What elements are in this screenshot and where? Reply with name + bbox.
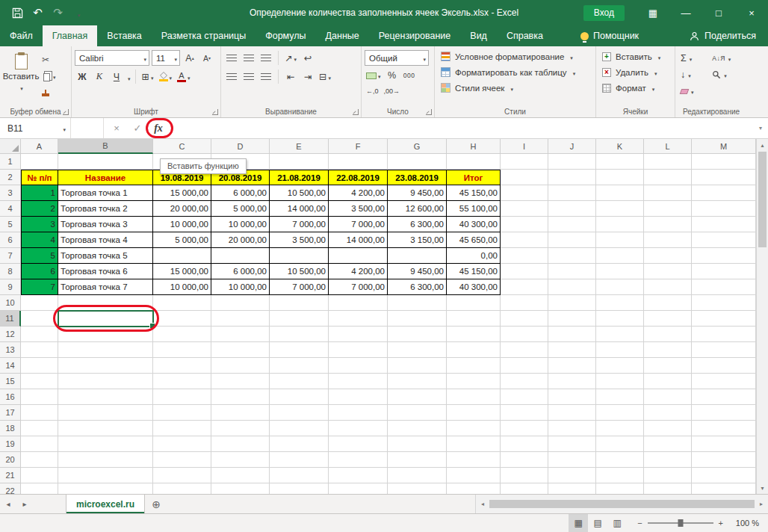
cell-G21[interactable] <box>388 468 447 483</box>
tab-insert[interactable]: Вставка <box>97 25 151 46</box>
cell-D11[interactable] <box>211 311 270 327</box>
cell-D4[interactable]: 5 000,00 <box>211 201 270 217</box>
decrease-font-size-button[interactable]: А <box>199 50 214 66</box>
cell-H3[interactable]: 45 150,00 <box>447 185 501 201</box>
cell-I17[interactable] <box>501 405 548 421</box>
cell-L10[interactable] <box>644 295 692 311</box>
cell-E14[interactable] <box>270 358 329 374</box>
cell-A5[interactable]: 3 <box>21 217 58 232</box>
cell-C17[interactable] <box>153 405 211 421</box>
cell-C3[interactable]: 15 000,00 <box>153 185 211 201</box>
decrease-decimal-button[interactable]: ,00→ <box>383 84 402 99</box>
tab-layout[interactable]: Разметка страницы <box>152 25 256 46</box>
cell-L11[interactable] <box>644 311 692 327</box>
cell-L12[interactable] <box>644 327 692 342</box>
cell-K6[interactable] <box>596 232 644 248</box>
cell-A14[interactable] <box>21 358 58 374</box>
tab-formulas[interactable]: Формулы <box>256 25 315 46</box>
decrease-indent-button[interactable]: ⇤ <box>283 69 298 84</box>
select-all-corner[interactable] <box>0 139 21 154</box>
cell-J15[interactable] <box>548 374 596 389</box>
undo-icon[interactable]: ↶ <box>28 3 48 23</box>
close-button[interactable]: × <box>735 0 768 25</box>
cell-C16[interactable] <box>153 389 211 405</box>
cell-styles-button[interactable]: Стили ячеек <box>438 80 592 96</box>
cell-F19[interactable] <box>329 436 388 452</box>
horizontal-scrollbar[interactable]: ◂ ▸ <box>475 495 768 513</box>
cell-D21[interactable] <box>211 468 270 483</box>
row-header-19[interactable]: 19 <box>0 436 21 452</box>
cell-G5[interactable]: 6 300,00 <box>388 217 447 232</box>
cell-J12[interactable] <box>548 327 596 342</box>
cell-G18[interactable] <box>388 421 447 436</box>
cell-L7[interactable] <box>644 248 692 264</box>
cell-B7[interactable]: Торговая точка 5 <box>58 248 153 264</box>
copy-button[interactable] <box>42 69 56 83</box>
cell-E22[interactable] <box>270 483 329 494</box>
align-bottom-button[interactable] <box>258 50 273 66</box>
cell-B5[interactable]: Торговая точка 3 <box>58 217 153 232</box>
row-header-8[interactable]: 8 <box>0 264 21 279</box>
cell-M10[interactable] <box>692 295 756 311</box>
cell-E13[interactable] <box>270 342 329 358</box>
cell-I7[interactable] <box>501 248 548 264</box>
add-sheet-icon[interactable]: ⊕ <box>145 495 167 513</box>
cell-D10[interactable] <box>211 295 270 311</box>
row-header-13[interactable]: 13 <box>0 342 21 358</box>
cell-L17[interactable] <box>644 405 692 421</box>
cell-D17[interactable] <box>211 405 270 421</box>
cell-J2[interactable] <box>548 170 596 185</box>
cell-H6[interactable]: 45 650,00 <box>447 232 501 248</box>
cell-I1[interactable] <box>501 154 548 170</box>
cell-F14[interactable] <box>329 358 388 374</box>
cell-A9[interactable]: 7 <box>21 279 58 295</box>
cell-M9[interactable] <box>692 279 756 295</box>
column-header-H[interactable]: H <box>447 139 501 154</box>
redo-icon[interactable]: ↷ <box>48 3 68 23</box>
cell-H16[interactable] <box>447 389 501 405</box>
cell-M7[interactable] <box>692 248 756 264</box>
cell-A12[interactable] <box>21 327 58 342</box>
align-center-button[interactable] <box>241 69 256 84</box>
cell-E15[interactable] <box>270 374 329 389</box>
column-header-L[interactable]: L <box>644 139 692 154</box>
cell-K20[interactable] <box>596 452 644 468</box>
cell-D13[interactable] <box>211 342 270 358</box>
cell-H19[interactable] <box>447 436 501 452</box>
fill-button[interactable]: ↓ <box>678 67 707 82</box>
wrap-text-button[interactable]: ↩ <box>300 50 315 66</box>
cell-D6[interactable]: 20 000,00 <box>211 232 270 248</box>
cell-C9[interactable]: 10 000,00 <box>153 279 211 295</box>
increase-font-size-button[interactable]: А <box>182 50 197 66</box>
cell-M22[interactable] <box>692 483 756 494</box>
ribbon-display-options-icon[interactable]: ▦ <box>637 0 669 25</box>
row-header-21[interactable]: 21 <box>0 468 21 483</box>
cell-J9[interactable] <box>548 279 596 295</box>
cell-A2[interactable]: № п/п <box>21 170 58 185</box>
insert-cells-button[interactable]: Вставить <box>599 49 672 64</box>
cell-H1[interactable] <box>447 154 501 170</box>
cell-F18[interactable] <box>329 421 388 436</box>
cell-K2[interactable] <box>596 170 644 185</box>
column-header-A[interactable]: A <box>21 139 58 154</box>
cell-L13[interactable] <box>644 342 692 358</box>
cell-H17[interactable] <box>447 405 501 421</box>
cell-A15[interactable] <box>21 374 58 389</box>
cell-K7[interactable] <box>596 248 644 264</box>
cell-H12[interactable] <box>447 327 501 342</box>
cell-J5[interactable] <box>548 217 596 232</box>
sort-filter-button[interactable]: А↓Я <box>710 51 744 66</box>
cell-B4[interactable]: Торговая точка 2 <box>58 201 153 217</box>
cell-M11[interactable] <box>692 311 756 327</box>
cell-E2[interactable]: 21.08.2019 <box>270 170 329 185</box>
comma-style-button[interactable]: 000 <box>402 68 417 84</box>
cell-F5[interactable]: 7 000,00 <box>329 217 388 232</box>
cell-I3[interactable] <box>501 185 548 201</box>
enter-icon[interactable]: ✓ <box>128 120 147 137</box>
scroll-right-icon[interactable]: ▸ <box>756 501 767 507</box>
cell-K9[interactable] <box>596 279 644 295</box>
percent-style-button[interactable]: % <box>385 68 400 84</box>
tab-assistant[interactable]: Помощник <box>571 25 648 46</box>
tab-view[interactable]: Вид <box>460 25 497 46</box>
cell-L16[interactable] <box>644 389 692 405</box>
